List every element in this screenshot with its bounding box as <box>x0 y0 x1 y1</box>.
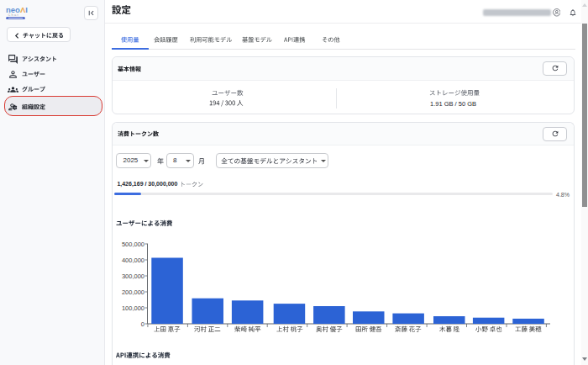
svg-text:200,000: 200,000 <box>122 288 144 296</box>
svg-text:300,000: 300,000 <box>122 272 144 280</box>
svg-text:500,000: 500,000 <box>122 241 144 248</box>
svg-text:0: 0 <box>141 320 144 328</box>
svg-text:400,000: 400,000 <box>122 257 144 264</box>
svg-text:100,000: 100,000 <box>122 304 144 312</box>
